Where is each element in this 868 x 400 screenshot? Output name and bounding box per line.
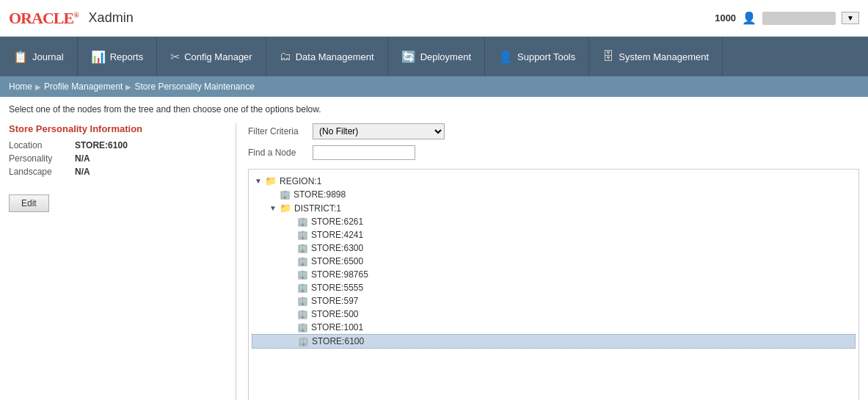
toggle-store500	[287, 310, 296, 319]
tree-label-store6500: STORE:6500	[311, 256, 363, 266]
store-icon-1001: 🏢	[297, 322, 308, 332]
journal-icon: 📋	[13, 50, 28, 64]
instruction-text: Select one of the nodes from the tree an…	[9, 104, 859, 114]
tree-node-store6500[interactable]: 🏢 STORE:6500	[252, 255, 856, 268]
personality-label: Personality	[9, 153, 75, 164]
location-label: Location	[9, 140, 75, 150]
header-left: ORACLE® Xadmin	[9, 9, 134, 28]
left-panel: Store Personality Information Location S…	[9, 123, 236, 400]
store-icon-500: 🏢	[297, 309, 308, 319]
toggle-store9898	[269, 191, 278, 199]
find-label: Find a Node	[248, 148, 307, 158]
toggle-district1[interactable]: ▼	[269, 204, 278, 212]
breadcrumb-home[interactable]: Home	[9, 81, 32, 92]
reports-icon: 📊	[91, 50, 106, 64]
nav-label-data-management: Data Management	[296, 51, 374, 62]
location-value: STORE:6100	[75, 140, 224, 150]
nav-item-reports[interactable]: 📊 Reports	[78, 37, 158, 76]
toggle-store98765	[287, 271, 296, 279]
panel-title: Store Personality Information	[9, 123, 224, 134]
nav-item-system-management[interactable]: 🗄 System Management	[589, 37, 723, 76]
tree-node-region1[interactable]: ▼ 📁 REGION:1	[252, 174, 856, 188]
content-layout: Store Personality Information Location S…	[9, 123, 859, 400]
tree-node-store5555[interactable]: 🏢 STORE:5555	[252, 281, 856, 294]
tree-node-store597[interactable]: 🏢 STORE:597	[252, 294, 856, 308]
config-manager-icon: ✂	[170, 50, 180, 64]
tree-node-store98765[interactable]: 🏢 STORE:98765	[252, 268, 856, 281]
tree-label-store6300: STORE:6300	[311, 243, 363, 253]
navbar: 📋 Journal 📊 Reports ✂ Config Manager 🗂 D…	[0, 37, 868, 76]
find-input[interactable]	[313, 145, 415, 160]
tree-node-store6261[interactable]: 🏢 STORE:6261	[252, 215, 856, 228]
nav-label-support-tools: Support Tools	[517, 51, 575, 62]
store-icon-6100: 🏢	[298, 336, 309, 346]
toggle-store6300	[287, 244, 296, 252]
main-content: Select one of the nodes from the tree an…	[0, 97, 868, 400]
nav-label-config-manager: Config Manager	[184, 51, 252, 62]
toggle-store597	[287, 297, 296, 305]
toggle-region1[interactable]: ▼	[255, 177, 263, 185]
tree-label-store1001: STORE:1001	[311, 322, 363, 332]
toggle-store5555	[287, 284, 296, 292]
toggle-store6100	[288, 338, 296, 346]
tree-container[interactable]: ▼ 📁 REGION:1 🏢 STORE:9898 ▼ 📁 DISTRIC	[248, 169, 859, 400]
tree-label-region1: REGION:1	[280, 176, 321, 186]
support-tools-icon: 👤	[498, 50, 513, 64]
store-icon-597: 🏢	[297, 296, 308, 306]
tree-label-store597: STORE:597	[311, 296, 358, 306]
tree-node-district1[interactable]: ▼ 📁 DISTRICT:1	[252, 201, 856, 215]
personality-value: N/A	[75, 153, 224, 164]
header: ORACLE® Xadmin 1000 👤 ▼	[0, 0, 868, 37]
filter-row: Filter Criteria (No Filter) Region Distr…	[248, 123, 859, 139]
user-name-bar	[762, 12, 836, 25]
info-grid: Location STORE:6100 Personality N/A Land…	[9, 140, 224, 177]
breadcrumb-current: Store Personality Maintenance	[134, 81, 254, 92]
nav-item-config-manager[interactable]: ✂ Config Manager	[157, 37, 266, 76]
tree-label-store5555: STORE:5555	[311, 283, 363, 293]
deployment-icon: 🔄	[401, 50, 416, 64]
tree-label-store9898: STORE:9898	[293, 189, 346, 200]
nav-label-journal: Journal	[32, 51, 64, 62]
user-id: 1000	[715, 12, 736, 23]
tree-node-store6300[interactable]: 🏢 STORE:6300	[252, 241, 856, 255]
edit-button[interactable]: Edit	[9, 194, 49, 212]
tree-node-store6100[interactable]: 🏢 STORE:6100	[252, 334, 856, 349]
oracle-reg: ®	[73, 10, 78, 18]
data-management-icon: 🗂	[280, 50, 291, 63]
nav-label-system-management: System Management	[619, 51, 709, 62]
tree-node-store9898[interactable]: 🏢 STORE:9898	[252, 188, 856, 201]
app-name: Xadmin	[89, 10, 134, 26]
tree-label-store500: STORE:500	[311, 309, 358, 319]
header-right: 1000 👤 ▼	[715, 11, 859, 25]
breadcrumb-profile-management[interactable]: Profile Management	[44, 81, 123, 92]
store-icon-6300: 🏢	[297, 243, 308, 253]
nav-label-deployment: Deployment	[420, 51, 471, 62]
breadcrumb: Home ▶ Profile Management ▶ Store Person…	[0, 76, 868, 97]
nav-item-support-tools[interactable]: 👤 Support Tools	[485, 37, 589, 76]
toggle-store1001	[287, 324, 296, 332]
nav-label-reports: Reports	[110, 51, 144, 62]
toggle-store6261	[287, 218, 296, 226]
folder-icon-region1: 📁	[265, 175, 277, 186]
tree-label-district1: DISTRICT:1	[294, 203, 341, 214]
tree-label-store6261: STORE:6261	[311, 217, 363, 227]
oracle-logo: ORACLE®	[9, 9, 79, 28]
tree-node-store500[interactable]: 🏢 STORE:500	[252, 308, 856, 321]
filter-select[interactable]: (No Filter) Region District Store	[313, 123, 445, 139]
nav-item-journal[interactable]: 📋 Journal	[0, 37, 78, 76]
breadcrumb-sep-2: ▶	[125, 83, 131, 91]
tree-node-store1001[interactable]: 🏢 STORE:1001	[252, 321, 856, 334]
landscape-value: N/A	[75, 167, 224, 177]
header-dropdown-arrow[interactable]: ▼	[842, 12, 859, 24]
store-icon-5555: 🏢	[297, 283, 308, 293]
tree-label-store98765: STORE:98765	[311, 269, 368, 280]
nav-item-data-management[interactable]: 🗂 Data Management	[266, 37, 388, 76]
store-icon-6261: 🏢	[297, 217, 308, 227]
find-row: Find a Node	[248, 145, 859, 160]
nav-item-deployment[interactable]: 🔄 Deployment	[388, 37, 485, 76]
landscape-label: Landscape	[9, 167, 75, 177]
tree-label-store6100: STORE:6100	[312, 336, 364, 346]
tree-node-store4241[interactable]: 🏢 STORE:4241	[252, 228, 856, 241]
system-management-icon: 🗄	[602, 50, 614, 63]
toggle-store6500	[287, 258, 296, 266]
